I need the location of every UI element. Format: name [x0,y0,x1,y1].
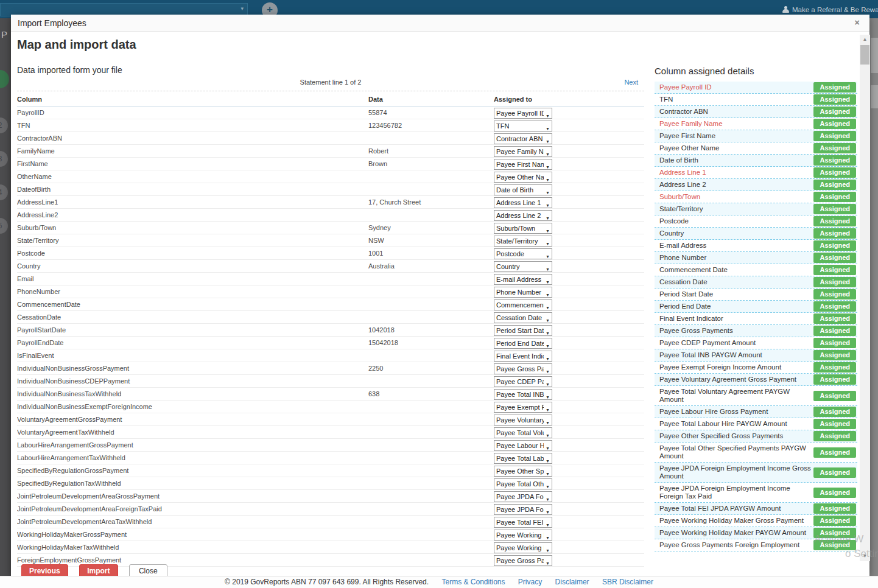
assigned-to-select[interactable]: Contractor ABN [494,133,552,144]
column-name-cell: PayrollID [17,107,368,119]
import-employees-modal: Import Employees × Map and import data D… [11,15,869,576]
table-row: FamilyName Robert Payee Family Name [17,145,644,158]
assigned-list-item: Payee Total INB PAYGW Amount Assigned [655,349,857,362]
table-row: IndividualNonBusinessTaxWithheld 638 Pay… [17,388,644,401]
column-name-cell: ContractorABN [17,132,368,144]
assigned-list-item: Payee Labour Hire Gross Payment Assigned [655,406,857,418]
assigned-status-badge: Assigned [813,313,856,324]
assigned-to-select[interactable]: Postcode [494,248,552,259]
assigned-to-select[interactable]: Payee Total Other Specified Payments PAY… [494,478,552,489]
assigned-to-select[interactable]: Address Line 2 [494,210,552,221]
data-value-cell: 17, Church Street [368,196,494,208]
assigned-list-item: E-mail Address Assigned [655,240,857,252]
data-value-cell [368,528,494,541]
assigned-to-select[interactable]: Payee Gross Payments [494,363,552,374]
assigned-field-label: Payee Total Labour Hire PAYGW Amount [659,419,813,429]
assigned-to-select[interactable]: Cessation Date [494,312,552,323]
assigned-to-select[interactable]: Payee Working Holiday Maker PAYGW Amount [494,542,552,553]
assigned-to-select[interactable]: Suburb/Town [494,223,552,234]
assigned-to-select[interactable]: Address Line 1 [494,197,552,208]
terms-link[interactable]: Terms & Conditions [441,578,505,586]
data-value-cell [368,439,494,451]
assigned-to-select[interactable]: TFN [494,121,552,131]
assigned-to-select[interactable]: Payee Working Holiday Maker Gross Paymen… [494,530,552,541]
assigned-to-select[interactable]: Period Start Date [494,325,552,336]
assigned-status-badge: Assigned [813,180,856,190]
assigned-list-item: Suburb/Town Assigned [655,191,857,203]
assigned-to-select[interactable]: Date of Birth [494,184,552,195]
data-value-cell: 123456782 [368,119,494,131]
column-name-cell: LabourHireArrangementGrossPayment [17,439,368,451]
assigned-to-select[interactable]: Payee Labour Hire Gross Payment [494,440,552,451]
assigned-to-select[interactable]: Payee First Name [494,159,552,170]
assigned-list-item: Phone Number Assigned [655,252,857,264]
close-icon[interactable]: × [854,17,860,27]
assigned-to-select[interactable]: Payee Total Labour Hire PAYGW Amount [494,453,552,464]
sbr-disclaimer-link[interactable]: SBR Disclaimer [602,578,653,586]
statement-pager: Statement line 1 of 2 Next [17,79,644,86]
data-value-cell: 2250 [368,362,494,374]
divider [17,91,644,91]
assigned-to-select[interactable]: Payee Exempt Foreign Income Amount [494,402,552,413]
table-row: PayrollID 55874 Payee Payroll ID [17,107,644,119]
assigned-to-select[interactable]: Payee Payroll ID [494,108,552,119]
assigned-field-label: Contractor ABN [659,107,813,117]
assigned-to-select[interactable]: Payee JPDA Foreign Employment Income For… [494,504,552,515]
assigned-status-badge: Assigned [813,155,856,166]
assigned-list-item: Commencement Date Assigned [655,264,857,276]
assigned-to-select[interactable]: Payee Total Voluntary Agreement PAYGW Am… [494,427,552,438]
column-name-cell: IndividualNonBusinessExemptForeignIncome [17,401,368,413]
assigned-to-select[interactable]: Payee Other Name [494,172,552,183]
scrollbar-thumb[interactable] [860,45,869,65]
scroll-down-arrow-icon[interactable]: ▼ [860,551,870,561]
assigned-to-select[interactable]: Country [494,261,552,272]
assigned-status-badge: Assigned [813,277,856,287]
assigned-status-badge: Assigned [813,82,856,93]
assigned-status-badge: Assigned [813,447,856,458]
modal-scrollbar[interactable]: ▲ ▼ [860,35,870,561]
assigned-field-label: Payee Voluntary Agreement Gross Payment [659,374,813,385]
data-value-cell [368,132,494,144]
assigned-to-select[interactable]: Payee JPDA Foreign Employment Income Gro… [494,491,552,502]
assigned-to-select[interactable]: Payee Gross Payments Foreign Employment [494,555,552,566]
assigned-to-select[interactable]: Payee Total FEI JPDA PAYGW Amount [494,517,552,528]
assigned-list-item: Payee Gross Payments Assigned [655,325,857,337]
assigned-to-select[interactable]: Payee CDEP Payment Amount [494,376,552,387]
scroll-up-arrow-icon[interactable]: ▲ [860,35,870,44]
modal-header: Import Employees × [11,15,869,32]
next-statement-link[interactable]: Next [624,79,638,86]
table-row: WorkingHolidayMakerTaxWithheld Payee Wor… [17,541,644,554]
assigned-to-select-wrap: Payee Gross Payments Foreign Employment [494,555,552,566]
table-row: Suburb/Town Sydney Suburb/Town [17,222,644,234]
privacy-link[interactable]: Privacy [518,578,542,586]
wizard-step-1: 1 [0,70,9,88]
column-name-cell: TFN [17,119,368,131]
assigned-to-select[interactable]: Final Event Indicator [494,351,552,362]
assigned-to-select[interactable]: Payee Voluntary Agreement Gross Payment [494,415,552,425]
assigned-field-label: Payee Labour Hire Gross Payment [659,407,813,417]
data-value-cell [368,170,494,183]
assigned-status-badge: Assigned [813,167,856,178]
assigned-to-select-wrap: Cessation Date [494,312,552,323]
assigned-list-item: State/Territory Assigned [655,203,857,215]
assigned-to-select[interactable]: Period End Date [494,338,552,349]
assigned-status-badge: Assigned [813,119,856,129]
assigned-to-select[interactable]: Phone Number [494,287,552,298]
referral-link[interactable]: Make a Referral & Be Rewarded [782,5,878,13]
assigned-to-select[interactable]: Payee Other Specified Gross Payments [494,466,552,477]
assigned-to-select[interactable]: Payee Family Name [494,146,552,157]
data-value-cell: 1001 [368,247,494,259]
data-value-cell [368,477,494,489]
assigned-to-select[interactable]: Commencement Date [494,299,552,310]
assigned-to-select[interactable]: E-mail Address [494,274,552,285]
disclaimer-link[interactable]: Disclaimer [555,578,589,586]
assigned-to-select[interactable]: Payee Total INB PAYGW Amount [494,389,552,400]
assigned-to-select-wrap: Payee JPDA Foreign Employment Income For… [494,503,552,515]
assigned-to-select[interactable]: State/Territory [494,236,552,247]
assigned-status-badge: Assigned [813,503,856,514]
column-name-cell: FirstName [17,158,368,170]
assigned-field-label: Final Event Indicator [659,313,813,324]
column-name-cell: IndividualNonBusinessCDEPPayment [17,375,368,387]
table-row: CommencementDate Commencement Date [17,298,644,311]
assigned-to-select-wrap: Phone Number [494,286,552,298]
